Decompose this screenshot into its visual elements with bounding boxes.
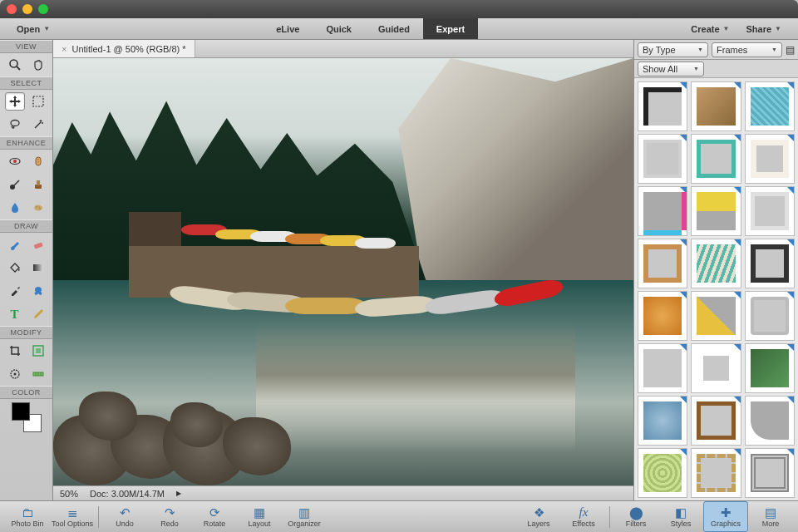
frame-thumb[interactable] [745,186,795,236]
svg-point-23 [13,373,16,376]
undo-button[interactable]: ↶Undo [102,501,147,532]
frame-thumb[interactable] [691,134,741,184]
svg-point-17 [38,206,39,207]
rotate-button[interactable]: ⟳Rotate [192,501,237,532]
move-tool[interactable] [5,92,25,111]
frame-thumb[interactable] [691,291,741,341]
lasso-tool[interactable] [5,116,25,134]
tool-options-button[interactable]: ≣Tool Options [50,501,95,532]
tab-quick[interactable]: Quick [313,18,365,39]
canvas-viewport[interactable] [53,58,633,485]
frame-thumb[interactable] [745,81,795,131]
crop-tool[interactable] [5,342,25,360]
layers-button[interactable]: ❖Layers [516,501,561,532]
svg-rect-18 [33,242,42,249]
frame-thumb[interactable] [638,396,687,446]
frame-thumb[interactable] [691,186,741,236]
section-color: COLOR [0,386,52,399]
organizer-button[interactable]: ▥Organizer [282,501,327,532]
pencil-tool[interactable] [28,305,48,323]
mode-tabs: eLive Quick Guided Expert [58,18,682,39]
tool-options-icon: ≣ [67,506,78,519]
frame-thumb[interactable] [638,343,687,393]
styles-icon: ◧ [675,506,687,519]
sponge-tool[interactable] [28,199,48,217]
redeye-tool[interactable] [5,152,25,170]
caret-down-icon: ▼ [693,66,699,71]
spot-heal-tool[interactable] [28,152,48,170]
styles-button[interactable]: ◧Styles [658,501,703,532]
effects-button[interactable]: fxEffects [561,501,606,532]
category-dropdown[interactable]: Frames▼ [712,42,782,57]
more-button[interactable]: ▤More [748,501,793,532]
filters-button[interactable]: ⬤Filters [613,501,658,532]
window-close-button[interactable] [7,4,17,14]
effects-icon: fx [579,506,589,519]
clone-stamp-tool[interactable] [28,175,48,194]
frame-thumb[interactable] [638,186,687,236]
open-menu[interactable]: Open ▼ [8,18,58,39]
gradient-tool[interactable] [28,259,48,277]
frame-thumb[interactable] [638,81,687,131]
svg-rect-13 [37,180,40,185]
caret-down-icon: ▼ [723,25,730,32]
hand-tool[interactable] [28,56,48,74]
foreground-color[interactable] [12,402,30,421]
caret-down-icon: ▼ [775,25,781,32]
type-tool[interactable]: T [5,305,25,323]
color-swatch[interactable] [10,402,43,432]
brush-tool[interactable] [5,235,25,254]
graphics-button[interactable]: ✚Graphics [703,501,748,532]
content-aware-tool[interactable] [5,365,25,383]
zoom-tool[interactable] [5,56,25,74]
fill-tool[interactable] [5,259,25,277]
status-caret-icon[interactable]: ▶ [176,490,181,497]
frame-thumb[interactable] [745,343,795,393]
document-tab[interactable]: × Untitled-1 @ 50% (RGB/8) * [53,40,195,57]
frame-thumb[interactable] [691,343,741,393]
frame-thumb[interactable] [638,134,687,184]
blur-tool[interactable] [5,199,25,217]
sort-dropdown[interactable]: By Type▼ [638,42,708,57]
eyedropper-tool[interactable] [5,282,25,300]
filter-dropdown[interactable]: Show All▼ [638,62,704,76]
frame-thumb[interactable] [638,291,687,341]
frame-thumb[interactable] [638,239,687,288]
photo-bin-button[interactable]: 🗀Photo Bin [5,501,50,532]
eraser-tool[interactable] [28,235,48,254]
frame-thumb[interactable] [745,448,795,498]
status-bar: 50% Doc: 3.00M/14.7M ▶ [53,485,633,500]
straighten-tool[interactable] [28,365,48,383]
create-menu[interactable]: Create ▼ [682,18,737,39]
tab-guided[interactable]: Guided [365,18,423,39]
frame-thumb[interactable] [745,396,795,446]
frame-thumb[interactable] [745,239,795,288]
svg-rect-2 [33,96,43,106]
magic-wand-tool[interactable] [28,116,48,134]
smart-brush-tool[interactable] [5,175,25,194]
bottom-toolbar: 🗀Photo Bin ≣Tool Options ↶Undo ↷Redo ⟳Ro… [0,500,798,532]
layout-button[interactable]: ▦Layout [237,501,282,532]
frame-thumb[interactable] [691,239,741,288]
zoom-level[interactable]: 50% [60,489,78,499]
window-minimize-button[interactable] [22,4,32,14]
marquee-tool[interactable] [28,92,48,111]
tab-expert[interactable]: Expert [423,18,478,39]
shape-tool[interactable] [28,282,48,300]
frame-thumb[interactable] [638,448,687,498]
redo-button[interactable]: ↷Redo [147,501,192,532]
top-menubar: Open ▼ eLive Quick Guided Expert Create … [0,18,798,40]
share-menu[interactable]: Share ▼ [738,18,791,39]
frame-thumb[interactable] [745,291,795,341]
frame-thumb[interactable] [745,134,795,184]
recompose-tool[interactable] [28,342,48,360]
tab-elive[interactable]: eLive [263,18,313,39]
svg-line-1 [17,66,20,70]
frame-thumb[interactable] [691,81,741,131]
frame-thumb[interactable] [691,448,741,498]
graphics-panel: By Type▼ Frames▼ ▤ Show All▼ [633,40,798,500]
window-maximize-button[interactable] [38,4,48,14]
frame-thumb[interactable] [691,396,741,446]
panel-menu-icon[interactable]: ▤ [786,44,795,56]
close-tab-icon[interactable]: × [62,44,66,54]
